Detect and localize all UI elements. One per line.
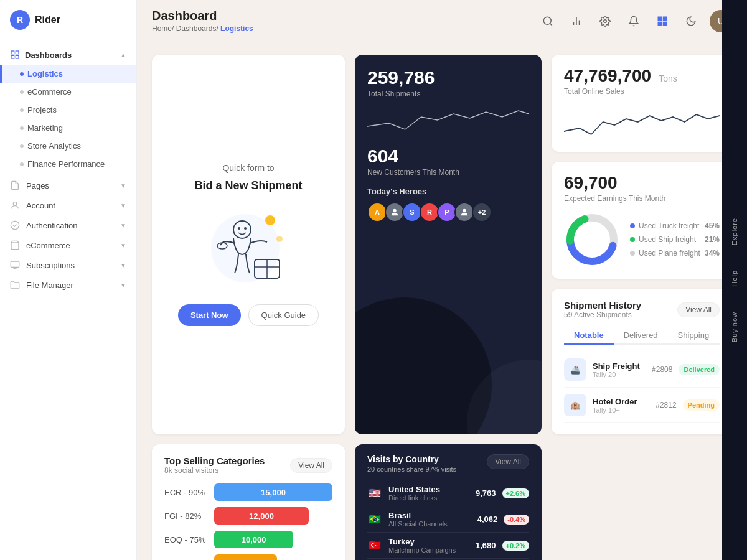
dashboard-icon bbox=[10, 50, 20, 60]
topbar-title-section: Dashboard Home/ Dashboards/ Logistics bbox=[152, 9, 253, 33]
svg-point-21 bbox=[265, 215, 275, 225]
country-info: United States Direct link clicks bbox=[388, 485, 469, 502]
chevron-down-icon: ▼ bbox=[120, 222, 126, 229]
ship-sub: Tally 10+ bbox=[593, 406, 649, 414]
plane-dot bbox=[630, 251, 635, 256]
sidebar-item-pages[interactable]: Pages ▼ bbox=[0, 175, 136, 195]
stat-sales-unit: Tons bbox=[659, 73, 677, 83]
sidebar-item-account[interactable]: Account ▼ bbox=[0, 195, 136, 215]
sidebar-item-subscriptions[interactable]: Subscriptions ▼ bbox=[0, 255, 136, 275]
help-panel-item[interactable]: Help bbox=[725, 258, 745, 299]
svg-point-5 bbox=[11, 221, 19, 229]
shipments-label: Total Shipments bbox=[367, 90, 529, 98]
sidebar-item-projects[interactable]: Projects bbox=[0, 101, 136, 119]
side-panel: Explore Help Buy now bbox=[722, 0, 747, 560]
sidebar-item-label: eCommerce bbox=[27, 87, 72, 96]
total-shipments-stat: 259,786 Total Shipments bbox=[367, 67, 529, 136]
ship-icon: 🚢 bbox=[564, 358, 586, 381]
status-badge: Pending bbox=[683, 399, 720, 411]
countries-list: 🇺🇸 United States Direct link clicks 9,76… bbox=[367, 480, 529, 560]
category-bar: 15,000 bbox=[214, 483, 332, 501]
breadcrumb: Home/ Dashboards/ Logistics bbox=[152, 24, 253, 33]
right-dark-column: 259,786 Total Shipments 604 New Customer… bbox=[355, 55, 542, 434]
top-selling-sub: 8k social visitors bbox=[164, 466, 265, 475]
list-item: 🇺🇸 United States Direct link clicks 9,76… bbox=[367, 480, 529, 506]
svg-rect-3 bbox=[16, 55, 19, 58]
sidebar-item-label: Marketing bbox=[27, 123, 63, 133]
earnings-card: 69,700 Expected Earnings This Month Used bbox=[552, 162, 732, 279]
sidebar-item-ecommerce-main[interactable]: eCommerce ▼ bbox=[0, 235, 136, 255]
bid-buttons: Start Now Quick Guide bbox=[178, 304, 319, 326]
heroes-section: Today's Heroes A S R P +2 bbox=[367, 187, 529, 222]
stat-sales-value: 47,769,700 bbox=[564, 66, 651, 86]
chevron-down-icon: ▼ bbox=[120, 282, 126, 289]
start-now-button[interactable]: Start Now bbox=[178, 304, 241, 326]
tab-shipping[interactable]: Shipping bbox=[668, 327, 720, 345]
explore-panel-item[interactable]: Explore bbox=[725, 205, 745, 258]
main-content: Dashboard Home/ Dashboards/ Logistics bbox=[137, 0, 747, 560]
sidebar-item-finance[interactable]: Finance Performance bbox=[0, 155, 136, 173]
br-flag: 🇧🇷 bbox=[367, 515, 382, 525]
svg-point-22 bbox=[276, 236, 283, 242]
theme-icon[interactable] bbox=[681, 11, 701, 31]
ship-id: #2812 bbox=[655, 401, 676, 409]
auth-label: Authentication bbox=[26, 221, 77, 230]
shipments-chart bbox=[367, 105, 529, 136]
customers-label: New Customers This Month bbox=[367, 168, 529, 177]
countries-view-all[interactable]: View All bbox=[487, 454, 529, 469]
svg-rect-1 bbox=[16, 51, 19, 54]
dashboards-label: Dashboards bbox=[25, 50, 72, 60]
sidebar-item-filemanager[interactable]: File Manager ▼ bbox=[0, 275, 136, 295]
dot-icon bbox=[20, 108, 24, 112]
sidebar-group-dashboards[interactable]: Dashboards ▲ bbox=[0, 45, 136, 65]
stat-sales-label: Total Online Sales bbox=[564, 87, 720, 96]
list-item: EOQ - 75% 10,000 bbox=[164, 531, 332, 548]
category-bar: 8,000 bbox=[214, 554, 277, 560]
sidebar-item-store-analytics[interactable]: Store Analytics bbox=[0, 137, 136, 155]
sidebar-item-marketing[interactable]: Marketing bbox=[0, 119, 136, 137]
svg-point-27 bbox=[238, 227, 240, 230]
table-row: 🚢 Ship Freight Tally 20+ #2808 Delivered bbox=[564, 352, 720, 388]
dot-icon bbox=[20, 144, 24, 148]
tab-notable[interactable]: Notable bbox=[564, 327, 614, 345]
shipment-tabs: Notable Delivered Shipping bbox=[564, 327, 720, 345]
shipment-history-sub: 59 Active Shipments bbox=[564, 310, 641, 319]
bid-card: Quick form to Bid a New Shipment bbox=[152, 55, 345, 434]
settings-icon[interactable] bbox=[595, 11, 615, 31]
sidebar-item-ecommerce[interactable]: eCommerce bbox=[0, 83, 136, 101]
chevron-down-icon: ▼ bbox=[120, 242, 126, 249]
chart-icon[interactable] bbox=[566, 11, 586, 31]
svg-point-10 bbox=[543, 17, 551, 24]
filemanager-icon bbox=[10, 280, 20, 290]
sidebar-item-logistics[interactable]: Logistics bbox=[0, 65, 136, 83]
grid-icon[interactable] bbox=[652, 11, 672, 31]
chevron-up-icon: ▲ bbox=[120, 52, 126, 58]
quick-guide-button[interactable]: Quick Guide bbox=[248, 304, 319, 326]
account-label: Account bbox=[26, 201, 55, 210]
svg-line-11 bbox=[550, 23, 552, 25]
buynow-panel-item[interactable]: Buy now bbox=[725, 299, 745, 355]
top-selling-view-all[interactable]: View All bbox=[290, 458, 332, 473]
svg-point-4 bbox=[13, 202, 16, 205]
tab-delivered[interactable]: Delivered bbox=[614, 327, 668, 345]
sidebar-logo: R Rider bbox=[0, 10, 136, 42]
notifications-icon[interactable] bbox=[624, 11, 644, 31]
svg-point-28 bbox=[244, 227, 247, 230]
account-icon bbox=[10, 200, 20, 210]
sidebar-item-label: Finance Performance bbox=[27, 159, 105, 169]
ship-info: Hotel Order Tally 10+ bbox=[593, 397, 649, 414]
hotel-icon: 🏨 bbox=[564, 394, 586, 416]
pages-label: Pages bbox=[26, 181, 49, 190]
earnings-value: 69,700 bbox=[564, 173, 618, 193]
countries-card: Visits by Country 20 countries share 97%… bbox=[355, 444, 542, 560]
shipment-history-view-all[interactable]: View All bbox=[677, 302, 720, 317]
chevron-down-icon: ▼ bbox=[120, 262, 126, 269]
filemanager-label: File Manager bbox=[26, 281, 73, 290]
legend-truck: Used Truck freight 45% bbox=[630, 222, 720, 230]
list-item: ECR - 90% 15,000 bbox=[164, 483, 332, 501]
search-icon[interactable] bbox=[538, 11, 558, 31]
change-badge: +0.2% bbox=[502, 541, 530, 551]
category-bar: 12,000 bbox=[214, 507, 309, 525]
sidebar-item-authentication[interactable]: Authentication ▼ bbox=[0, 215, 136, 235]
ecommerce-icon bbox=[10, 240, 20, 250]
